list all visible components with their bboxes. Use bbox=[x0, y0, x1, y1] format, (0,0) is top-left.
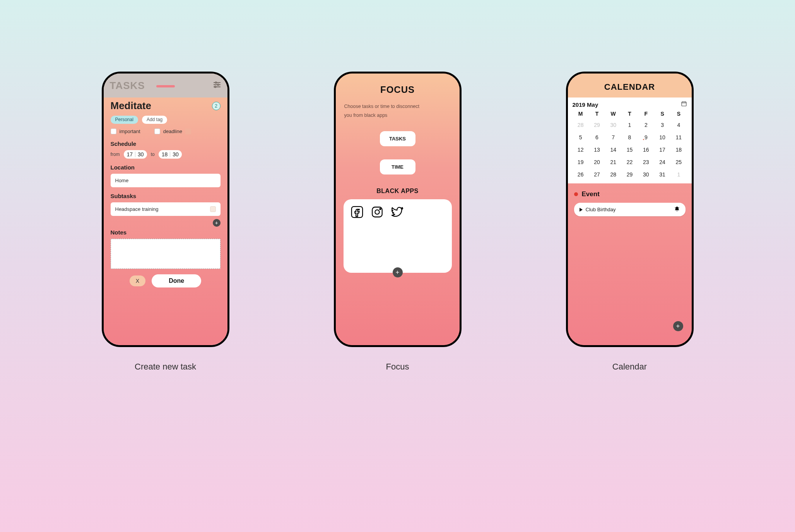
location-label: Location bbox=[111, 164, 221, 171]
tasks-header-title: TASKS bbox=[110, 80, 145, 92]
event-name: Club Birthday bbox=[586, 207, 616, 212]
instagram-icon[interactable] bbox=[371, 205, 384, 220]
phone-focus: FOCUS Choose tasks or time to disconnect… bbox=[334, 72, 462, 347]
calendar-day[interactable]: 15 bbox=[621, 145, 638, 154]
calendar-day[interactable]: 3 bbox=[654, 121, 670, 129]
calendar-grid: MTWTFSS282930123456789101112131415161718… bbox=[573, 111, 687, 179]
to-time-input[interactable]: 18 30 bbox=[159, 150, 182, 159]
calendar-day[interactable]: 27 bbox=[589, 170, 605, 179]
focus-subtitle: Choose tasks or time to disconnect you f… bbox=[344, 102, 451, 120]
calendar-day[interactable]: 24 bbox=[654, 158, 670, 166]
deadline-color-swatch bbox=[185, 128, 191, 134]
focus-subtitle-line2: you from black apps bbox=[344, 111, 451, 120]
phone-tasks: TASKS Meditate 2 bbox=[102, 72, 229, 347]
time-button[interactable]: TIME bbox=[380, 159, 415, 174]
subtask-text: Headspace training bbox=[115, 206, 159, 212]
tag-personal[interactable]: Personal bbox=[111, 116, 138, 124]
svg-point-3 bbox=[217, 84, 219, 86]
done-button[interactable]: Done bbox=[152, 274, 201, 287]
calendar-day[interactable]: 28 bbox=[573, 121, 589, 129]
calendar-day[interactable]: 25 bbox=[670, 158, 687, 166]
important-checkbox[interactable] bbox=[111, 128, 116, 134]
bell-icon[interactable] bbox=[674, 206, 680, 213]
caption-focus: Focus bbox=[386, 362, 409, 372]
svg-point-8 bbox=[375, 210, 379, 214]
calendar-day[interactable]: 6 bbox=[589, 133, 605, 142]
calendar-dow: F bbox=[638, 111, 654, 117]
settings-icon[interactable] bbox=[213, 80, 221, 91]
deadline-checkbox[interactable] bbox=[154, 128, 160, 134]
twitter-icon[interactable] bbox=[391, 205, 404, 220]
task-title: Meditate bbox=[111, 100, 151, 112]
calendar-title: CALENDAR bbox=[568, 74, 692, 98]
calendar-dow: W bbox=[605, 111, 621, 117]
calendar-day[interactable]: 23 bbox=[638, 158, 654, 166]
facebook-icon[interactable] bbox=[350, 205, 364, 220]
calendar-day[interactable]: 4 bbox=[670, 121, 687, 129]
notes-input[interactable] bbox=[111, 239, 221, 269]
deadline-label: deadline bbox=[163, 128, 182, 134]
from-minute: 30 bbox=[138, 151, 144, 157]
calendar-day[interactable]: 5 bbox=[573, 133, 589, 142]
schedule-label: Schedule bbox=[111, 140, 221, 147]
calendar-day[interactable]: 30 bbox=[638, 170, 654, 179]
to-minute: 30 bbox=[173, 151, 179, 157]
calendar-day[interactable]: 18 bbox=[670, 145, 687, 154]
caption-calendar: Calendar bbox=[612, 362, 647, 372]
calendar-day[interactable]: 11 bbox=[670, 133, 687, 142]
calendar-day[interactable]: 31 bbox=[654, 170, 670, 179]
calendar-day[interactable]: 16 bbox=[638, 145, 654, 154]
calendar-day[interactable]: 26 bbox=[573, 170, 589, 179]
important-label: important bbox=[120, 128, 140, 134]
svg-point-5 bbox=[214, 86, 216, 88]
from-hour: 17 bbox=[127, 151, 133, 157]
event-item[interactable]: Club Birthday bbox=[574, 203, 686, 216]
black-apps-card: + bbox=[344, 199, 452, 273]
calendar-day[interactable]: 17 bbox=[654, 145, 670, 154]
event-dot-icon bbox=[574, 192, 578, 196]
add-tag-button[interactable]: Add tag bbox=[142, 116, 167, 124]
calendar-day[interactable]: 1 bbox=[670, 170, 687, 179]
calendar-day[interactable]: 22 bbox=[621, 158, 638, 166]
add-event-button[interactable]: + bbox=[673, 321, 683, 331]
to-hour: 18 bbox=[162, 151, 168, 157]
from-label: from bbox=[111, 152, 120, 157]
cancel-button[interactable]: X bbox=[130, 275, 145, 286]
svg-point-9 bbox=[380, 209, 381, 210]
to-label: to bbox=[151, 152, 155, 157]
calendar-day[interactable]: 12 bbox=[573, 145, 589, 154]
calendar-day[interactable]: 13 bbox=[589, 145, 605, 154]
calendar-day[interactable]: 20 bbox=[589, 158, 605, 166]
black-apps-title: BLACK APPS bbox=[344, 188, 452, 195]
from-time-input[interactable]: 17 30 bbox=[124, 150, 147, 159]
subtask-checkbox[interactable] bbox=[210, 206, 216, 212]
svg-rect-10 bbox=[682, 102, 686, 106]
calendar-day[interactable]: 29 bbox=[589, 121, 605, 129]
calendar-block: 2019 May MTW bbox=[568, 98, 692, 183]
calendar-day[interactable]: 19 bbox=[573, 158, 589, 166]
calendar-day[interactable]: 9 bbox=[638, 133, 654, 142]
calendar-day[interactable]: 1 bbox=[621, 121, 638, 129]
calendar-day[interactable]: 10 bbox=[654, 133, 670, 142]
calendar-day[interactable]: 14 bbox=[605, 145, 621, 154]
calendar-year: 2019 bbox=[573, 101, 585, 108]
subtasks-label: Subtasks bbox=[111, 193, 221, 199]
calendar-day[interactable]: 2 bbox=[638, 121, 654, 129]
notes-label: Notes bbox=[111, 229, 221, 236]
calendar-picker-icon[interactable] bbox=[681, 101, 687, 108]
time-separator bbox=[135, 152, 135, 157]
location-input[interactable]: Home bbox=[111, 174, 221, 187]
calendar-day[interactable]: 8 bbox=[621, 133, 638, 142]
calendar-month-label: 2019 May bbox=[573, 101, 598, 108]
calendar-day[interactable]: 21 bbox=[605, 158, 621, 166]
subtask-input[interactable]: Headspace training bbox=[111, 202, 221, 216]
caption-tasks: Create new task bbox=[135, 362, 196, 372]
add-app-button[interactable]: + bbox=[393, 267, 403, 277]
calendar-day[interactable]: 7 bbox=[605, 133, 621, 142]
calendar-day[interactable]: 28 bbox=[605, 170, 621, 179]
calendar-day[interactable]: 29 bbox=[621, 170, 638, 179]
calendar-day[interactable]: 30 bbox=[605, 121, 621, 129]
tasks-button[interactable]: TASKS bbox=[380, 131, 415, 146]
time-separator bbox=[170, 152, 170, 157]
add-subtask-button[interactable]: + bbox=[213, 219, 221, 227]
